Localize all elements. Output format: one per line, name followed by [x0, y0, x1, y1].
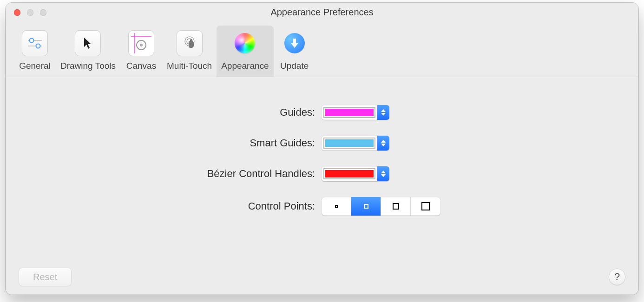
guides-label: Guides: — [6, 106, 322, 118]
close-window-button[interactable] — [14, 9, 20, 16]
preferences-toolbar: General Drawing Tools — [6, 21, 638, 77]
tab-label: Update — [280, 61, 309, 71]
preferences-window: Appearance Preferences General — [6, 3, 638, 295]
control-point-size-1[interactable] — [322, 197, 351, 216]
canvas-icon — [128, 30, 154, 56]
control-point-size-3[interactable] — [381, 197, 411, 216]
svg-point-1 — [30, 39, 34, 43]
square-icon — [421, 202, 430, 210]
guides-swatch — [325, 109, 374, 116]
window-title: Appearance Preferences — [13, 7, 631, 18]
tab-multi-touch[interactable]: Multi-Touch — [162, 26, 217, 77]
tab-label: General — [19, 61, 51, 71]
square-icon — [364, 204, 368, 209]
touch-icon — [177, 30, 203, 56]
smart-guides-label: Smart Guides: — [6, 137, 322, 149]
minimize-window-button[interactable] — [27, 9, 33, 16]
cursor-icon — [75, 30, 101, 56]
footer: Reset ? — [6, 268, 638, 286]
smart-guides-color-picker[interactable] — [322, 136, 389, 151]
tab-update[interactable]: Update — [274, 26, 315, 77]
svg-point-3 — [36, 44, 40, 48]
download-icon — [284, 33, 305, 53]
bezier-swatch — [325, 170, 374, 177]
control-points-segmented — [322, 197, 440, 216]
control-point-size-4[interactable] — [411, 197, 440, 216]
titlebar: Appearance Preferences — [6, 3, 638, 21]
tab-label: Multi-Touch — [167, 61, 212, 71]
help-button[interactable]: ? — [609, 269, 625, 285]
tab-label: Drawing Tools — [60, 61, 116, 71]
stepper-arrows-icon — [377, 136, 389, 151]
smart-guides-swatch — [325, 139, 374, 147]
sliders-icon — [22, 30, 48, 56]
traffic-lights — [14, 9, 46, 16]
content-area: Guides: Smart Guides: — [6, 77, 638, 295]
tab-canvas[interactable]: Canvas — [120, 26, 162, 77]
stepper-arrows-icon — [377, 105, 389, 120]
square-icon — [393, 203, 399, 210]
tab-drawing-tools[interactable]: Drawing Tools — [56, 26, 120, 77]
tab-label: Canvas — [126, 61, 156, 71]
control-point-size-2[interactable] — [351, 197, 381, 216]
bezier-color-picker[interactable] — [322, 166, 389, 181]
square-icon — [335, 205, 338, 208]
tab-label: Appearance — [221, 61, 269, 71]
guides-color-picker[interactable] — [322, 105, 389, 120]
svg-point-7 — [140, 44, 143, 46]
tab-general[interactable]: General — [14, 26, 56, 77]
tab-appearance[interactable]: Appearance — [217, 26, 273, 77]
bezier-label: Bézier Control Handles: — [6, 168, 322, 180]
reset-button[interactable]: Reset — [19, 268, 72, 286]
appearance-form: Guides: Smart Guides: — [6, 105, 638, 216]
color-wheel-icon — [235, 33, 255, 53]
control-points-label: Control Points: — [6, 200, 322, 212]
zoom-window-button[interactable] — [40, 9, 46, 16]
stepper-arrows-icon — [377, 166, 389, 181]
